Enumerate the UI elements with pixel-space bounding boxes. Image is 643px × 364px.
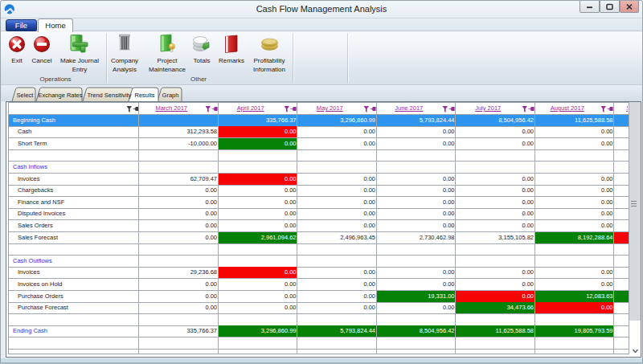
svg-text:Exchange Rates: Exchange Rates bbox=[38, 92, 82, 99]
svg-text:Graph: Graph bbox=[162, 92, 179, 99]
svg-text:Results: Results bbox=[134, 92, 154, 99]
svg-text:Select: Select bbox=[17, 92, 35, 99]
svg-text:Trend Sensitivity: Trend Sensitivity bbox=[87, 92, 131, 99]
